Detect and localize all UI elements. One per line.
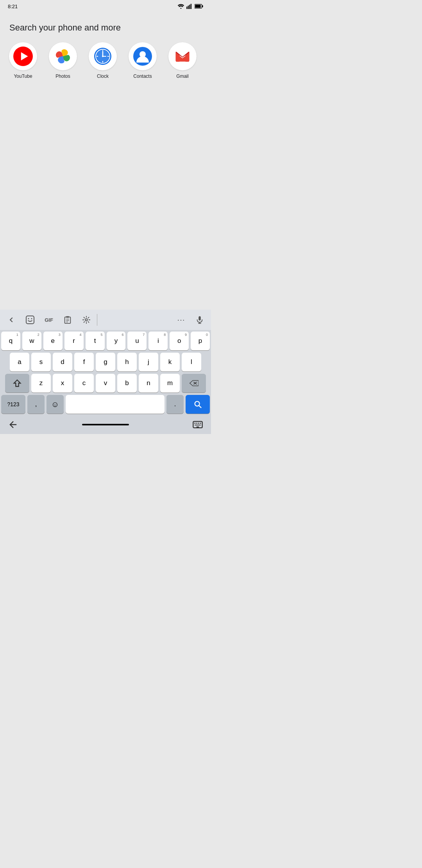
clock-icon-circle: [89, 42, 117, 70]
svg-point-37: [195, 402, 200, 406]
nav-back-button[interactable]: [8, 419, 19, 430]
keyboard-more-button[interactable]: ⋯: [172, 312, 190, 328]
keyboard-back-button[interactable]: [2, 312, 20, 328]
status-bar: 8:21: [0, 0, 211, 11]
svg-rect-6: [195, 5, 200, 8]
keyboard-mic-button[interactable]: [191, 312, 209, 328]
key-a[interactable]: a: [10, 353, 29, 371]
keyboard-container: GIF ⋯: [0, 310, 211, 434]
content-area: [0, 82, 211, 250]
svg-point-31: [85, 319, 88, 321]
search-heading: Search your phone and more: [0, 11, 211, 39]
youtube-icon-circle: [9, 42, 37, 70]
app-item-gmail[interactable]: Gmail: [163, 42, 202, 79]
contacts-icon-circle: [129, 42, 157, 70]
svg-rect-3: [191, 4, 191, 9]
bottom-nav: [0, 417, 211, 434]
key-n[interactable]: n: [139, 374, 158, 393]
svg-line-38: [199, 405, 201, 408]
key-comma[interactable]: ,: [27, 395, 45, 414]
svg-rect-23: [26, 316, 34, 324]
kb-row-2: a s d f g h j k l: [1, 353, 210, 371]
contacts-icon: [133, 47, 152, 66]
kb-row-4: ?123 , ☺ .: [1, 395, 210, 414]
contacts-label: Contacts: [133, 74, 152, 79]
keyboard-rows: q1 w2 e3 r4 t5 y6 u7 i8 o9 p0 a s d f g …: [0, 330, 211, 417]
key-y[interactable]: y6: [107, 332, 126, 350]
key-r[interactable]: r4: [64, 332, 84, 350]
key-g[interactable]: g: [96, 353, 115, 371]
svg-point-18: [102, 56, 104, 57]
key-p[interactable]: p0: [191, 332, 210, 350]
wifi-icon: [177, 4, 184, 9]
photos-icon-circle: [49, 42, 77, 70]
gmail-icon-circle: [168, 42, 197, 70]
app-item-youtube[interactable]: YouTube: [4, 42, 42, 79]
key-space[interactable]: [66, 395, 165, 414]
svg-rect-0: [186, 7, 187, 9]
gmail-label: Gmail: [176, 74, 188, 79]
key-s[interactable]: s: [31, 353, 51, 371]
status-time: 8:21: [8, 4, 18, 9]
signal-icon: [186, 4, 193, 9]
key-e[interactable]: e3: [43, 332, 63, 350]
nav-keyboard-button[interactable]: [192, 419, 203, 430]
key-v[interactable]: v: [96, 374, 115, 393]
apps-row: YouTube Photos: [0, 39, 211, 82]
key-d[interactable]: d: [53, 353, 72, 371]
keyboard-settings-button[interactable]: [77, 312, 95, 328]
clock-icon: [93, 47, 112, 66]
svg-rect-1: [188, 5, 189, 9]
keyboard-top-bar: GIF ⋯: [0, 310, 211, 330]
svg-rect-2: [189, 5, 190, 9]
key-k[interactable]: k: [160, 353, 180, 371]
svg-point-25: [31, 318, 32, 319]
keyboard-clipboard-button[interactable]: [59, 312, 77, 328]
clock-label: Clock: [97, 74, 109, 79]
svg-point-24: [28, 318, 29, 319]
key-q[interactable]: q1: [1, 332, 20, 350]
key-o[interactable]: o9: [170, 332, 189, 350]
app-item-clock[interactable]: Clock: [84, 42, 122, 79]
kb-row-3: z x c v b n m: [1, 374, 210, 393]
battery-icon: [195, 4, 203, 9]
key-z[interactable]: z: [31, 374, 51, 393]
key-backspace[interactable]: [182, 374, 206, 393]
photos-label: Photos: [55, 74, 70, 79]
key-t[interactable]: t5: [86, 332, 105, 350]
key-search[interactable]: [186, 395, 210, 414]
app-item-contacts[interactable]: Contacts: [123, 42, 162, 79]
key-emoji[interactable]: ☺: [46, 395, 64, 414]
key-shift[interactable]: [5, 374, 29, 393]
youtube-label: YouTube: [14, 74, 32, 79]
key-b[interactable]: b: [117, 374, 137, 393]
key-m[interactable]: m: [160, 374, 180, 393]
key-f[interactable]: f: [74, 353, 94, 371]
app-item-photos[interactable]: Photos: [44, 42, 82, 79]
key-l[interactable]: l: [182, 353, 201, 371]
key-u[interactable]: u7: [127, 332, 147, 350]
youtube-icon: [13, 47, 33, 66]
key-numbers[interactable]: ?123: [1, 395, 25, 414]
key-w[interactable]: w2: [22, 332, 41, 350]
gmail-icon: [173, 47, 191, 65]
key-c[interactable]: c: [74, 374, 94, 393]
svg-rect-5: [202, 5, 203, 7]
photos-icon: [54, 47, 72, 65]
key-i[interactable]: i8: [148, 332, 168, 350]
svg-rect-27: [65, 317, 71, 324]
status-icons: [177, 4, 203, 9]
key-h[interactable]: h: [117, 353, 137, 371]
home-indicator: [82, 424, 129, 425]
keyboard-top-divider: [97, 314, 97, 326]
svg-rect-32: [198, 316, 201, 321]
key-j[interactable]: j: [139, 353, 158, 371]
kb-row-1: q1 w2 e3 r4 t5 y6 u7 i8 o9 p0: [1, 332, 210, 350]
key-x[interactable]: x: [53, 374, 72, 393]
key-period[interactable]: .: [166, 395, 184, 414]
keyboard-sticker-button[interactable]: [21, 312, 39, 328]
keyboard-gif-button[interactable]: GIF: [40, 312, 58, 328]
